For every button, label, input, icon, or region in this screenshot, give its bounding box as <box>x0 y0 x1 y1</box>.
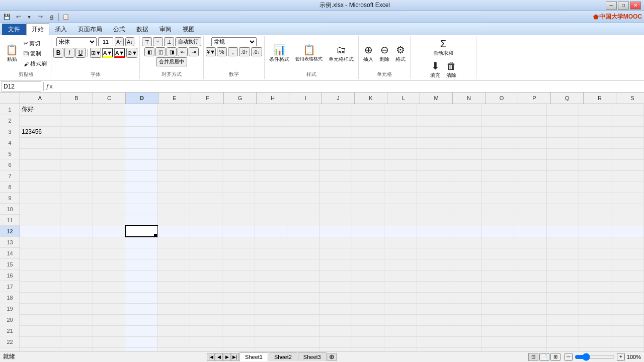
formula-input[interactable] <box>55 81 643 92</box>
cell-S11[interactable] <box>611 215 644 226</box>
cell-N14[interactable] <box>449 248 481 259</box>
cell-G5[interactable] <box>222 148 255 159</box>
cell-A13[interactable] <box>20 237 60 248</box>
cell-R8[interactable] <box>579 182 611 193</box>
cell-R20[interactable] <box>579 314 611 325</box>
cell-Q16[interactable] <box>546 270 579 281</box>
cell-J10[interactable] <box>319 204 352 215</box>
cell-F2[interactable] <box>190 115 222 126</box>
row-number-18[interactable]: 18 <box>0 292 20 303</box>
cell-Q10[interactable] <box>546 204 579 215</box>
cell-M16[interactable] <box>417 270 449 281</box>
cell-E1[interactable] <box>157 104 190 115</box>
cell-R12[interactable] <box>579 226 611 237</box>
cell-J17[interactable] <box>319 281 352 292</box>
cell-R2[interactable] <box>579 115 611 126</box>
close-button[interactable]: ✕ <box>630 2 641 10</box>
cell-B15[interactable] <box>60 259 93 270</box>
cell-M20[interactable] <box>417 314 449 325</box>
row-number-16[interactable]: 16 <box>0 270 20 281</box>
copy-button[interactable]: ⿻ 复制 <box>22 49 49 58</box>
cell-B1[interactable] <box>60 104 93 115</box>
cell-P9[interactable] <box>514 193 546 204</box>
conditional-format-button[interactable]: 📊 条件格式 <box>267 43 292 64</box>
cell-P23[interactable] <box>514 347 546 351</box>
cell-J14[interactable] <box>319 248 352 259</box>
cell-B14[interactable] <box>60 248 93 259</box>
cell-A20[interactable] <box>20 314 60 325</box>
cell-A17[interactable] <box>20 281 60 292</box>
cell-G12[interactable] <box>222 226 255 237</box>
cell-S6[interactable] <box>611 159 644 170</box>
cell-E18[interactable] <box>157 292 190 303</box>
cell-J4[interactable] <box>319 137 352 148</box>
cell-styles-button[interactable]: 🗂 单元格样式 <box>326 43 356 64</box>
cell-D21[interactable] <box>125 325 157 336</box>
cell-N7[interactable] <box>449 170 481 182</box>
cell-I12[interactable] <box>287 226 319 237</box>
cell-E2[interactable] <box>157 115 190 126</box>
cell-A8[interactable] <box>20 182 60 193</box>
cell-D20[interactable] <box>125 314 157 325</box>
row-number-9[interactable]: 9 <box>0 193 20 204</box>
col-header-L[interactable]: L <box>387 93 420 104</box>
cell-E9[interactable] <box>157 193 190 204</box>
cell-N10[interactable] <box>449 204 481 215</box>
cell-L22[interactable] <box>384 336 417 347</box>
cell-H6[interactable] <box>255 159 287 170</box>
row-number-17[interactable]: 17 <box>0 281 20 292</box>
cell-B11[interactable] <box>60 215 93 226</box>
cell-C11[interactable] <box>93 215 125 226</box>
cell-F6[interactable] <box>190 159 222 170</box>
cell-B3[interactable] <box>60 126 93 137</box>
cell-J2[interactable] <box>319 115 352 126</box>
cell-K19[interactable] <box>352 303 384 314</box>
font-name-select[interactable]: 宋体 <box>56 37 97 46</box>
cell-I17[interactable] <box>287 281 319 292</box>
cell-K9[interactable] <box>352 193 384 204</box>
cell-F10[interactable] <box>190 204 222 215</box>
cell-K6[interactable] <box>352 159 384 170</box>
cell-H17[interactable] <box>255 281 287 292</box>
cell-E6[interactable] <box>157 159 190 170</box>
cell-B8[interactable] <box>60 182 93 193</box>
cell-B10[interactable] <box>60 204 93 215</box>
col-header-A[interactable]: A <box>20 93 60 104</box>
align-left-button[interactable]: ◧ <box>144 47 154 56</box>
cell-L10[interactable] <box>384 204 417 215</box>
undo-arrow-btn[interactable]: ▼ <box>24 13 34 22</box>
cell-N16[interactable] <box>449 270 481 281</box>
cell-N22[interactable] <box>449 336 481 347</box>
table-format-button[interactable]: 📋 套用表格格式 <box>293 43 325 64</box>
function-wizard-icon[interactable]: ƒx <box>46 82 53 90</box>
cell-Q6[interactable] <box>546 159 579 170</box>
tab-page-layout[interactable]: 页面布局 <box>72 23 108 35</box>
bold-button[interactable]: B <box>53 48 63 58</box>
cell-K1[interactable] <box>352 104 384 115</box>
cell-F19[interactable] <box>190 303 222 314</box>
cell-O17[interactable] <box>481 281 514 292</box>
cell-I20[interactable] <box>287 314 319 325</box>
cell-S3[interactable] <box>611 126 644 137</box>
first-sheet-btn[interactable]: |◀ <box>207 353 215 361</box>
cell-D9[interactable] <box>125 193 157 204</box>
cell-L7[interactable] <box>384 170 417 182</box>
cell-M8[interactable] <box>417 182 449 193</box>
autosum-button[interactable]: Σ 自动求和 <box>431 37 456 58</box>
cell-F16[interactable] <box>190 270 222 281</box>
print-quick-btn[interactable]: 🖨 <box>46 13 56 22</box>
cell-E4[interactable] <box>157 137 190 148</box>
cell-C13[interactable] <box>93 237 125 248</box>
cell-Q8[interactable] <box>546 182 579 193</box>
row-number-20[interactable]: 20 <box>0 314 20 325</box>
cell-O6[interactable] <box>481 159 514 170</box>
row-number-8[interactable]: 8 <box>0 182 20 193</box>
cell-O22[interactable] <box>481 336 514 347</box>
row-number-19[interactable]: 19 <box>0 303 20 314</box>
cell-H1[interactable] <box>255 104 287 115</box>
cell-A3[interactable]: 123456 <box>20 126 60 137</box>
cell-J12[interactable] <box>319 226 352 237</box>
cell-G2[interactable] <box>222 115 255 126</box>
cell-P20[interactable] <box>514 314 546 325</box>
cell-K11[interactable] <box>352 215 384 226</box>
